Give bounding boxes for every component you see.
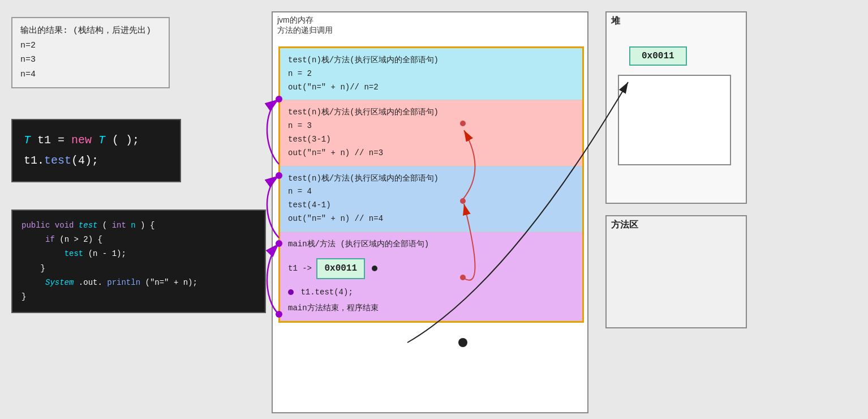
frame-main-addr-value: 0x0011 <box>316 258 365 279</box>
frame2-line2: test(3-1) <box>288 133 574 147</box>
output-box: 输出的结果: (栈结构，后进先出) n=2 n=3 n=4 <box>11 17 170 88</box>
frame-test1: test(n)栈/方法(执行区域内的全部语句) n = 2 out("n=" +… <box>280 48 582 100</box>
frame-test3: test(n)栈/方法(执行区域内的全部语句) n = 4 test(4-1) … <box>280 166 582 232</box>
output-line2: n=3 <box>20 55 36 65</box>
jvm-title: jvm的内存 方法的递归调用 <box>277 15 333 36</box>
method-code-box: public void test ( int n ) { if (n > 2) … <box>11 210 266 313</box>
frame-main-addr-label: t1 -> <box>288 264 312 273</box>
method-area-title: 方法区 <box>611 219 638 231</box>
output-line3: n=4 <box>20 70 36 79</box>
frame-main-addr-row: t1 -> 0x0011 <box>288 256 574 281</box>
frame-test2: test(n)栈/方法(执行区域内的全部语句) n = 3 test(3-1) … <box>280 100 582 166</box>
frame-main-line3: main方法结束，程序结束 <box>288 302 574 315</box>
frame1-line1: n = 2 <box>288 67 574 81</box>
frame-main-line2: t1.test(4); <box>288 286 574 300</box>
frame3-line1: n = 4 <box>288 185 574 199</box>
heap-addr: 0x0011 <box>629 46 687 66</box>
frame2-title: test(n)栈/方法(执行区域内的全部语句) <box>288 106 574 119</box>
heap-inner <box>618 75 731 165</box>
frame3-line2: test(4-1) <box>288 199 574 212</box>
frame2-line1: n = 3 <box>288 119 574 133</box>
frame1-title: test(n)栈/方法(执行区域内的全部语句) <box>288 54 574 67</box>
test-dot <box>288 289 294 295</box>
output-title: 输出的结果: (栈结构，后进先出) <box>20 26 151 36</box>
stack-frames: test(n)栈/方法(执行区域内的全部语句) n = 2 out("n=" +… <box>278 46 584 323</box>
output-line1: n=2 <box>20 41 36 50</box>
frame-main-title: main栈/方法 (执行区域内的全部语句) <box>288 238 574 251</box>
heap-title: 堆 <box>611 15 620 27</box>
heap-area: 堆 0x0011 <box>605 11 747 204</box>
addr-dot <box>372 266 377 271</box>
frame1-line2: out("n=" + n)// n=2 <box>288 81 574 95</box>
code-T1: T <box>24 134 31 147</box>
frame2-line3: out("n=" + n) // n=3 <box>288 147 574 160</box>
frame3-title: test(n)栈/方法(执行区域内的全部语句) <box>288 172 574 186</box>
method-area: 方法区 <box>605 215 747 328</box>
frame3-line3: out("n=" + n) // n=4 <box>288 212 574 226</box>
frame-main: main栈/方法 (执行区域内的全部语句) t1 -> 0x0011 t1.te… <box>280 232 582 322</box>
main-code-box: T t1 = new T ( ); t1.test(4); <box>11 119 181 182</box>
jvm-area: jvm的内存 方法的递归调用 test(n)栈/方法(执行区域内的全部语句) n… <box>272 11 588 413</box>
